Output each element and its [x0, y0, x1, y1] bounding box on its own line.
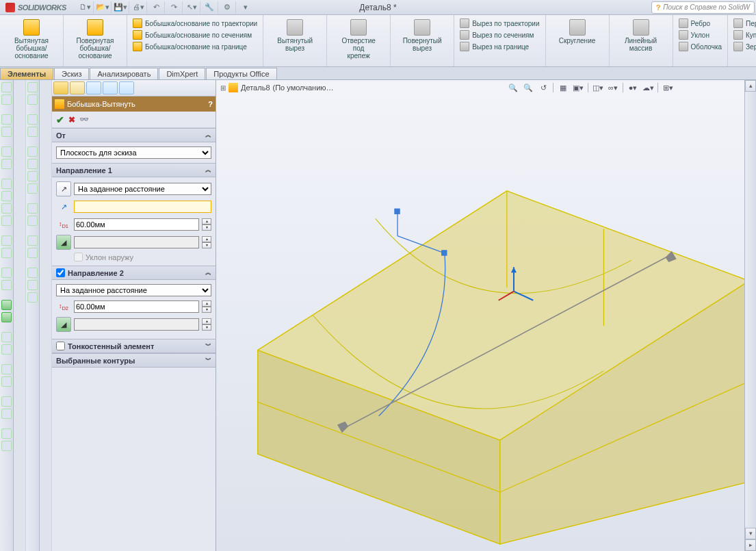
graphics-viewport[interactable]: ⊞ Деталь8 (По умолчанию… 🔍 🔍 ↺ ▦ ▣▾ ◫▾ ∞… — [216, 80, 756, 551]
lt2-i[interactable] — [27, 203, 38, 214]
lt2-l[interactable] — [27, 248, 38, 258]
lt1-g[interactable] — [1, 179, 12, 189]
lt1-x[interactable] — [1, 441, 12, 451]
options-button[interactable]: ⚙ — [220, 1, 236, 14]
dir1-end-condition-dropdown[interactable]: На заданное расстояние — [74, 183, 211, 195]
scroll-up-button[interactable]: ▴ — [745, 80, 756, 92]
revolved-cut-button[interactable]: Повернутыйвырез — [395, 16, 449, 52]
hole-wizard-button[interactable]: Отверстиеподкрепеж — [331, 16, 386, 60]
undo-button[interactable]: ↶ — [148, 1, 165, 14]
lt1-s[interactable] — [1, 364, 12, 374]
lt1-n[interactable] — [1, 280, 12, 290]
boundary-cut-button[interactable]: Вырез на границе — [458, 41, 540, 52]
revolved-boss-button[interactable]: Повернутаябобышка/основание — [68, 16, 122, 60]
move-face-button[interactable]: Перенос — [732, 18, 756, 29]
pm-tab-dim[interactable] — [103, 81, 118, 94]
dir1-draft-spinner[interactable]: ▴▾ — [202, 236, 211, 248]
lt1-v[interactable] — [1, 409, 12, 419]
lt1-a[interactable] — [1, 82, 12, 92]
left-toolbar-2[interactable] — [26, 80, 40, 551]
pm-contours-header[interactable]: Выбранные контуры︾ — [52, 354, 216, 368]
dir1-depth-field[interactable] — [74, 218, 199, 231]
swept-boss-button[interactable]: Бобышка/основание по траектории — [131, 18, 259, 29]
redo-button[interactable]: ↷ — [166, 1, 183, 14]
dir2-depth-field[interactable] — [74, 300, 199, 313]
extruded-cut-button[interactable]: Вытянутыйвырез — [268, 16, 322, 52]
dir1-draft-field[interactable] — [74, 236, 199, 248]
select-button[interactable]: ↖▾ — [184, 1, 200, 14]
lt1-l[interactable] — [1, 248, 12, 258]
from-condition-dropdown[interactable]: Плоскость для эскиза — [56, 146, 211, 159]
lt1-p[interactable] — [1, 312, 12, 322]
pm-dir2-header[interactable]: Направление 2︽ — [52, 266, 216, 280]
lt2-j[interactable] — [27, 216, 38, 226]
lt2-d[interactable] — [27, 127, 38, 137]
lt1-u[interactable] — [1, 396, 12, 407]
rebuild-button[interactable]: 🔧 — [202, 1, 218, 14]
rib-button[interactable]: Ребро — [677, 18, 724, 29]
tab-office[interactable]: Продукты Office — [206, 68, 276, 79]
lt2-a[interactable] — [27, 82, 38, 92]
pm-help-button[interactable]: ? — [208, 100, 213, 108]
lt2-f[interactable] — [27, 159, 38, 169]
scroll-down-button[interactable]: ▾ — [745, 528, 756, 539]
extruded-boss-button[interactable]: Вытянутаябобышка/основание — [4, 16, 59, 60]
left-toolbar-1[interactable] — [0, 80, 14, 551]
open-doc-button[interactable]: 📂▾ — [95, 1, 112, 14]
lt1-f[interactable] — [1, 159, 12, 169]
lt2-h[interactable] — [27, 183, 38, 194]
lt1-d[interactable] — [1, 127, 12, 137]
help-search[interactable]: ? Поиск в Справке по SolidW — [651, 1, 755, 14]
lt2-c[interactable] — [27, 114, 38, 125]
swept-cut-button[interactable]: Вырез по траектории — [458, 18, 540, 29]
tab-dimxpert[interactable]: DimXpert — [159, 68, 205, 79]
lofted-cut-button[interactable]: Вырез по сечениям — [458, 29, 540, 40]
reverse-direction-button[interactable]: ↗ — [56, 181, 71, 196]
tab-evaluate[interactable]: Анализировать — [90, 68, 158, 79]
shell-button[interactable]: Оболочка — [677, 41, 724, 52]
dir2-draft-field[interactable] — [74, 318, 199, 331]
qat-more-button[interactable]: ▾ — [237, 1, 254, 14]
mirror-button[interactable]: Зеркальное о — [732, 41, 756, 52]
dir2-draft-button[interactable]: ◢ — [56, 317, 71, 332]
dir2-enable-checkbox[interactable] — [56, 268, 65, 277]
linear-pattern-button[interactable]: Линейныймассив — [614, 16, 668, 52]
draft-outward-checkbox[interactable]: Уклон наружу — [56, 253, 211, 261]
lt2-b[interactable] — [27, 94, 38, 105]
tab-sketch[interactable]: Эскиз — [54, 68, 89, 79]
pm-tab-config[interactable] — [86, 81, 101, 94]
lt1-q[interactable] — [1, 332, 12, 342]
pm-dir1-header[interactable]: Направление 1︽ — [52, 164, 216, 177]
pm-cancel-button[interactable]: ✖ — [68, 115, 75, 125]
lt2-m[interactable] — [27, 268, 38, 278]
lt1-i[interactable] — [1, 203, 12, 214]
dir1-depth-spinner[interactable]: ▴▾ — [202, 218, 211, 231]
lt1-e[interactable] — [1, 146, 12, 157]
vertical-scrollbar[interactable]: ▴ ▾ ▸ — [744, 80, 756, 551]
lt1-h[interactable] — [1, 191, 12, 201]
lt2-e[interactable] — [27, 146, 38, 157]
pm-tab-feature-tree[interactable] — [53, 81, 68, 94]
pm-thin-header[interactable]: Тонкостенный элемент︾ — [52, 339, 216, 353]
lt1-t[interactable] — [1, 376, 12, 387]
pm-from-header[interactable]: От︽ — [52, 129, 216, 142]
lt1-j[interactable] — [1, 216, 12, 226]
fillet-button[interactable]: Скругление — [550, 16, 605, 44]
new-doc-button[interactable]: 🗋▾ — [77, 1, 94, 14]
lt1-r[interactable] — [1, 344, 12, 355]
lt1-c[interactable] — [1, 114, 12, 125]
save-button[interactable]: 💾▾ — [113, 1, 129, 14]
lt2-o[interactable] — [27, 292, 38, 303]
lt1-o[interactable] — [1, 300, 12, 310]
draft-button[interactable]: Уклон — [677, 29, 724, 40]
thin-enable-checkbox[interactable] — [56, 342, 65, 350]
lt1-w[interactable] — [1, 428, 12, 439]
lt2-k[interactable] — [27, 235, 38, 246]
dir1-direction-field[interactable] — [74, 201, 211, 213]
dome-button[interactable]: Купол — [732, 29, 756, 40]
pm-tab-property[interactable] — [70, 81, 85, 94]
boundary-boss-button[interactable]: Бобышка/основание на границе — [131, 41, 259, 52]
dir2-depth-spinner[interactable]: ▴▾ — [202, 300, 211, 313]
lt1-k[interactable] — [1, 235, 12, 246]
lt1-m[interactable] — [1, 268, 12, 278]
